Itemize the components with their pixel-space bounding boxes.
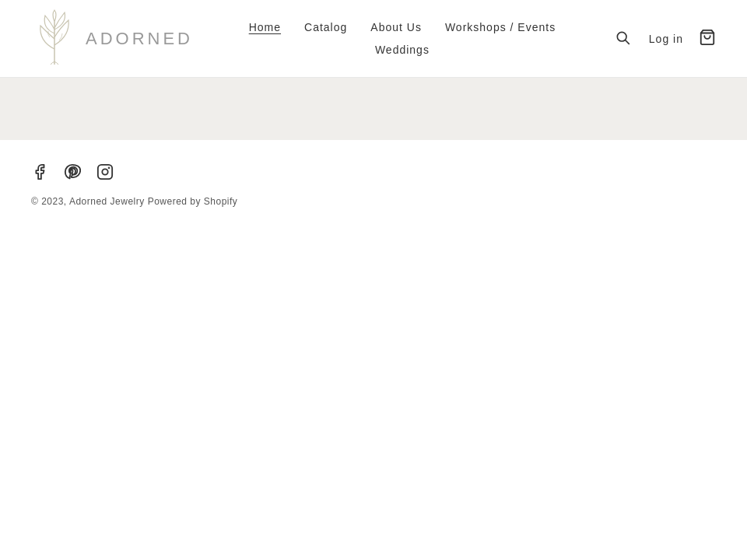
logo-link[interactable]: ADORNED [31,6,193,72]
nav-about-us[interactable]: About Us [370,21,422,33]
facebook-icon [31,163,48,184]
site-footer: © 2023, Adorned Jewelry Powered by Shopi… [0,140,747,230]
powered-by: Powered by Shopify [148,196,238,207]
nav-home[interactable]: Home [249,21,281,33]
pinterest-icon [64,163,81,184]
copyright-year: © 2023, [31,196,67,207]
cart-icon [699,29,716,48]
logo-icon [31,6,78,72]
instagram-icon [96,163,114,184]
logo-text: ADORNED [86,30,193,47]
svg-point-6 [109,168,110,169]
cart-button[interactable] [699,29,716,48]
nav-catalog[interactable]: Catalog [304,21,347,33]
search-button[interactable] [612,26,633,51]
header-actions: Log in [612,26,716,51]
instagram-link[interactable] [96,163,114,184]
facebook-link[interactable] [31,163,48,184]
content-area [0,78,747,140]
pinterest-link[interactable] [64,163,81,184]
login-link[interactable]: Log in [649,33,683,45]
main-content [0,78,747,140]
nav-workshops-events[interactable]: Workshops / Events [445,21,556,33]
svg-line-2 [626,40,630,44]
main-nav: Home Catalog About Us Workshops / Events… [249,21,556,57]
svg-rect-4 [98,165,112,179]
site-header: ADORNED Home Catalog About Us Workshops … [0,0,747,78]
shop-name-link[interactable]: Adorned Jewelry [69,196,145,207]
search-icon [615,30,630,47]
nav-weddings[interactable]: Weddings [375,44,430,56]
social-links [31,163,716,184]
svg-point-5 [102,169,107,174]
copyright-text: © 2023, Adorned Jewelry Powered by Shopi… [31,196,716,207]
